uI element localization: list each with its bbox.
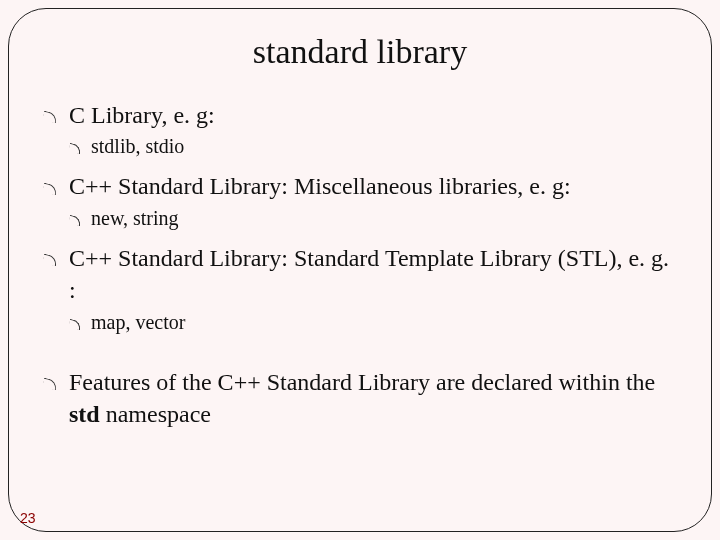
subbullet-stdlib-stdio: stdlib, stdio bbox=[69, 133, 677, 160]
slide-title: standard library bbox=[43, 33, 677, 71]
text-post: namespace bbox=[100, 401, 211, 427]
subbullet-map-vector: map, vector bbox=[69, 309, 677, 336]
spacer bbox=[43, 346, 677, 360]
slide-frame: standard library C Library, e. g: stdlib… bbox=[8, 8, 712, 532]
bullet-cpp-stl: C++ Standard Library: Standard Template … bbox=[43, 242, 677, 307]
page-number: 23 bbox=[20, 510, 36, 526]
slide: standard library C Library, e. g: stdlib… bbox=[0, 0, 720, 540]
bullet-cpp-misc: C++ Standard Library: Miscellaneous libr… bbox=[43, 170, 677, 202]
bullet-std-namespace: Features of the C++ Standard Library are… bbox=[43, 366, 677, 431]
text-pre: Features of the C++ Standard Library are… bbox=[69, 369, 655, 395]
subbullet-new-string: new, string bbox=[69, 205, 677, 232]
text-bold-std: std bbox=[69, 401, 100, 427]
slide-content: C Library, e. g: stdlib, stdio C++ Stand… bbox=[43, 99, 677, 430]
bullet-c-library: C Library, e. g: bbox=[43, 99, 677, 131]
